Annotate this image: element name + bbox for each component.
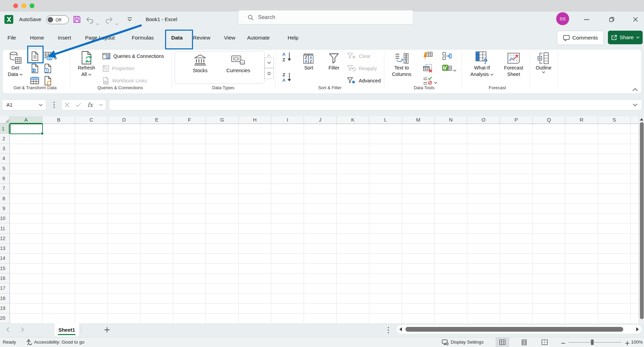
from-picture-button[interactable] xyxy=(42,51,53,62)
text-to-columns-button[interactable]: Text to Columns xyxy=(387,50,416,83)
sort-button[interactable]: ZAAZ Sort xyxy=(298,50,319,83)
row-header-2[interactable]: 2 xyxy=(0,134,10,144)
queries-connections-button[interactable]: Queries & Connections xyxy=(102,51,164,62)
column-header-A[interactable]: A xyxy=(10,116,43,124)
column-header-H[interactable]: H xyxy=(239,116,271,124)
column-header-M[interactable]: M xyxy=(402,116,435,124)
row-header-5[interactable]: 5 xyxy=(0,164,10,174)
fill-handle[interactable] xyxy=(41,132,44,135)
row-header-17[interactable]: 17 xyxy=(0,283,10,293)
zoom-in-button[interactable] xyxy=(625,340,630,347)
tab-help[interactable]: Help xyxy=(288,27,299,48)
data-model-chevron-icon[interactable] xyxy=(453,67,456,73)
sheet-prev-icon[interactable] xyxy=(6,327,9,333)
row-header-19[interactable]: 19 xyxy=(0,303,10,313)
enter-icon[interactable] xyxy=(76,103,81,107)
row-header-4[interactable]: 4 xyxy=(0,154,10,163)
undo-chevron-icon[interactable] xyxy=(96,20,99,27)
recent-sources-button[interactable] xyxy=(42,63,53,74)
tab-review[interactable]: Review xyxy=(193,27,210,48)
zoom-slider-track[interactable] xyxy=(568,342,622,343)
row-header-11[interactable]: 11 xyxy=(0,224,10,234)
flash-fill-button[interactable] xyxy=(422,51,433,62)
view-page-break-button[interactable] xyxy=(538,337,551,347)
stocks-button[interactable]: Stocks xyxy=(182,54,218,73)
vertical-scrollbar[interactable] xyxy=(639,116,644,323)
outline-button[interactable]: Outline xyxy=(532,50,555,83)
row-header-1[interactable]: 1 xyxy=(0,124,10,134)
row-header-14[interactable]: 14 xyxy=(0,253,10,263)
tab-home[interactable]: Home xyxy=(30,27,44,48)
column-header-P[interactable]: P xyxy=(500,116,533,124)
row-header-20[interactable]: 20 xyxy=(0,313,10,323)
redo-button[interactable] xyxy=(104,16,113,25)
comments-button[interactable]: Comments xyxy=(557,31,604,45)
restore-button[interactable] xyxy=(606,14,617,25)
mac-close-light[interactable] xyxy=(13,3,18,8)
search-box[interactable] xyxy=(238,10,413,25)
close-button[interactable] xyxy=(630,14,641,25)
row-header-9[interactable]: 9 xyxy=(0,204,10,214)
what-if-analysis-button[interactable]: ? What-If Analysis xyxy=(466,50,498,83)
scrollbar-resize-handle-icon[interactable] xyxy=(387,327,389,335)
column-header-J[interactable]: J xyxy=(304,116,337,124)
row-header-16[interactable]: 16 xyxy=(0,273,10,283)
display-settings-label[interactable]: Display Settings xyxy=(451,337,484,347)
view-normal-button[interactable] xyxy=(496,337,509,347)
new-sheet-button[interactable] xyxy=(104,327,110,334)
column-header-F[interactable]: F xyxy=(173,116,206,124)
scroll-left-icon[interactable] xyxy=(399,327,402,331)
column-header-D[interactable]: D xyxy=(108,116,141,124)
tab-view[interactable]: View xyxy=(224,27,235,48)
sheet-next-icon[interactable] xyxy=(21,327,24,333)
fx-chevron-icon[interactable] xyxy=(99,104,103,106)
horizontal-scrollbar-thumb[interactable] xyxy=(405,327,623,332)
refresh-all-button[interactable]: Refresh All xyxy=(75,50,98,83)
column-header-G[interactable]: G xyxy=(206,116,239,124)
avatar[interactable]: SS xyxy=(556,12,569,25)
sort-descending-button[interactable]: ZA xyxy=(282,72,294,84)
zoom-slider-handle[interactable] xyxy=(591,340,594,345)
mac-minimize-light[interactable] xyxy=(21,3,26,8)
autosave-toggle[interactable]: Off xyxy=(46,15,69,24)
share-button[interactable]: Share xyxy=(608,31,643,44)
collapse-ribbon-button[interactable] xyxy=(632,86,638,93)
formula-bar-handle-icon[interactable] xyxy=(53,101,55,110)
column-header-R[interactable]: R xyxy=(565,116,598,124)
row-header-10[interactable]: 10 xyxy=(0,214,10,223)
formula-input-box[interactable] xyxy=(109,99,642,110)
sheet-tab-sheet1[interactable]: Sheet1 xyxy=(54,323,79,336)
scroll-up-icon[interactable] xyxy=(640,118,643,121)
data-validation-button[interactable] xyxy=(422,75,433,86)
name-box-chevron-icon[interactable] xyxy=(39,104,43,106)
scroll-right-icon[interactable] xyxy=(636,327,639,331)
horizontal-scrollbar[interactable] xyxy=(396,325,642,334)
row-header-12[interactable]: 12 xyxy=(0,234,10,243)
column-header-K[interactable]: K xyxy=(337,116,369,124)
column-header-O[interactable]: O xyxy=(467,116,500,124)
insert-function-button[interactable]: fx xyxy=(87,101,93,108)
select-all-corner[interactable] xyxy=(0,116,10,124)
gallery-more-button[interactable] xyxy=(264,68,274,79)
formula-input[interactable] xyxy=(113,102,622,108)
minimize-button[interactable] xyxy=(581,14,592,25)
workbook-links-button[interactable]: Workbook Links xyxy=(102,75,147,86)
tab-formulas[interactable]: Formulas xyxy=(132,27,154,48)
undo-button[interactable] xyxy=(86,16,95,25)
row-header-15[interactable]: 15 xyxy=(0,264,10,273)
quick-access-customize-icon[interactable] xyxy=(127,17,133,23)
formula-bar-expand-icon[interactable] xyxy=(633,104,638,106)
search-input[interactable] xyxy=(257,14,402,21)
row-header-3[interactable]: 3 xyxy=(0,144,10,154)
forecast-sheet-button[interactable]: Forecast Sheet xyxy=(499,50,528,83)
column-header-I[interactable]: I xyxy=(271,116,304,124)
column-header-B[interactable]: B xyxy=(43,116,75,124)
from-picture-chevron-icon[interactable] xyxy=(54,55,57,61)
column-header-S[interactable]: S xyxy=(598,116,631,124)
row-header-8[interactable]: 8 xyxy=(0,194,10,204)
zoom-level[interactable]: 100% xyxy=(631,337,643,347)
column-header-C[interactable]: C xyxy=(75,116,108,124)
view-page-layout-button[interactable] xyxy=(517,337,531,347)
row-header-6[interactable]: 6 xyxy=(0,174,10,184)
row-header-7[interactable]: 7 xyxy=(0,184,10,193)
